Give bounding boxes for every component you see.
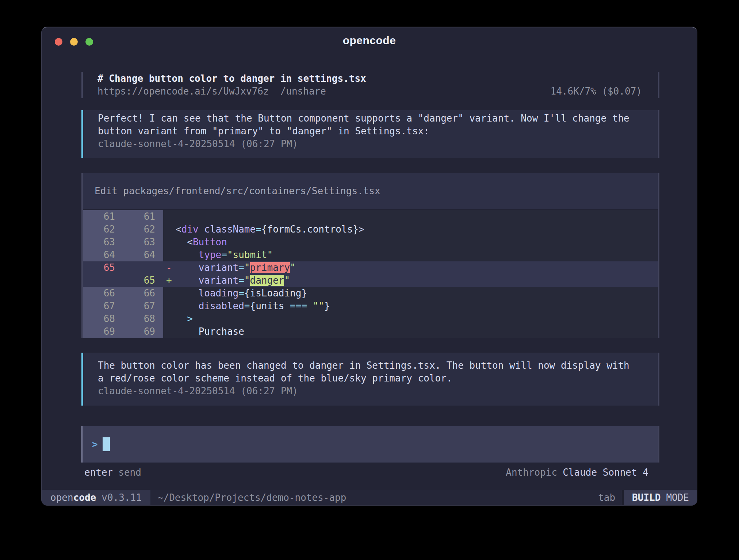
assistant-message: Perfect! I can see that the Button compo… [81,110,659,158]
send-hint: entersend [84,466,141,479]
app-version-badge: opencodev0.3.11 [42,490,150,505]
unshare-command[interactable]: /unshare [280,85,326,98]
diff-row: 6666 loading={isLoading} [83,287,658,300]
message-model-timestamp: claude-sonnet-4-20250514 (06:27 PM) [98,138,643,150]
tab-key-hint: tab [598,491,615,504]
diff-row: 6767 disabled={units === ""} [83,300,658,312]
text-cursor [103,437,110,451]
diff-row: 6969 Purchase [83,325,658,338]
message-line: button variant from "primary" to "danger… [98,125,643,138]
mode-toggle[interactable]: BUILDMODE [622,490,697,505]
hint-row: entersend AnthropicClaude Sonnet 4 [81,466,659,479]
message-line: a red/rose color scheme instead of the b… [98,372,643,385]
prompt-input[interactable]: > [81,426,659,463]
message-line: The button color has been changed to dan… [98,359,643,372]
model-indicator: AnthropicClaude Sonnet 4 [506,466,648,479]
window-title: opencode [42,34,697,47]
diff-row: 6262<div className={formCs.controls}> [83,223,658,236]
opencode-window: opencode # Change button color to danger… [41,27,697,506]
session-title: # Change button color to danger in setti… [97,72,642,85]
diff-row: 6464 type="submit" [83,249,658,261]
diff-view: 61616262<div className={formCs.controls}… [83,210,658,338]
diff-row: 6161 [83,210,658,223]
diff-row: 65- variant="primary" [83,261,658,274]
session-header: # Change button color to danger in setti… [81,72,659,98]
edit-tool-card: Edit packages/frontend/src/containers/Se… [81,173,659,338]
title-bar: opencode [42,27,697,52]
working-directory: ~/Desktop/Projects/demo-notes-app [158,491,346,504]
prompt-marker: > [92,438,98,451]
message-line: Perfect! I can see that the Button compo… [98,112,643,125]
share-url-link[interactable]: https://opencode.ai/s/UwJxv76z [97,85,269,98]
assistant-message: The button color has been changed to dan… [81,353,659,406]
diff-row: 6868 > [83,312,658,325]
message-model-timestamp: claude-sonnet-4-20250514 (06:27 PM) [98,385,643,398]
diff-row: 65+ variant="danger" [83,274,658,287]
edit-tool-title: Edit packages/frontend/src/containers/Se… [83,173,658,210]
status-bar: opencodev0.3.11 ~/Desktop/Projects/demo-… [42,490,697,505]
diff-row: 6363 <Button [83,236,658,249]
token-usage-cost: 14.6K/7% ($0.07) [551,85,642,98]
